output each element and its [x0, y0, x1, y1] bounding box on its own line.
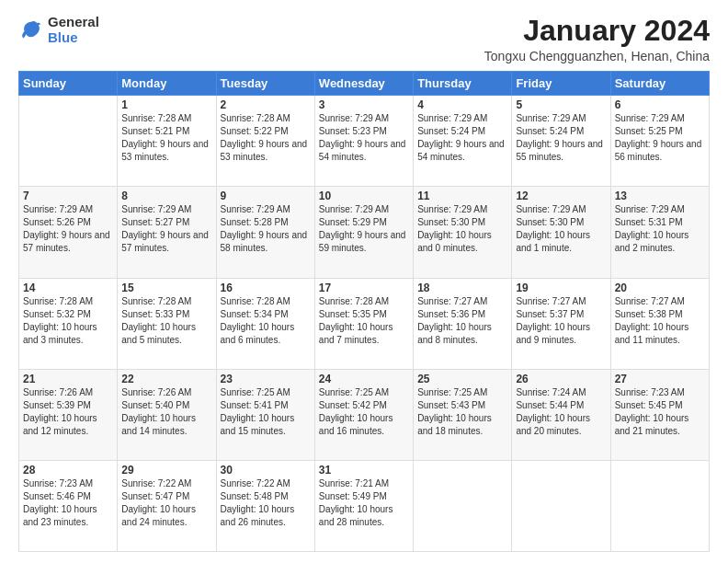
day-info: Sunrise: 7:25 AM Sunset: 5:43 PM Dayligh…	[417, 386, 507, 438]
day-info: Sunrise: 7:23 AM Sunset: 5:45 PM Dayligh…	[615, 386, 705, 438]
day-info: Sunrise: 7:29 AM Sunset: 5:23 PM Dayligh…	[319, 112, 409, 164]
calendar-cell: 3Sunrise: 7:29 AM Sunset: 5:23 PM Daylig…	[314, 96, 413, 187]
day-number: 23	[221, 373, 311, 385]
calendar-cell: 13Sunrise: 7:29 AM Sunset: 5:31 PM Dayli…	[610, 187, 709, 278]
title-block: January 2024 Tongxu Chengguanzhen, Henan…	[484, 15, 710, 63]
day-number: 5	[516, 98, 606, 111]
calendar-header-tuesday: Tuesday	[216, 72, 314, 96]
calendar-header-thursday: Thursday	[414, 72, 512, 96]
day-number: 26	[516, 373, 606, 385]
day-number: 19	[516, 282, 606, 294]
day-number: 28	[23, 464, 113, 477]
calendar-header-friday: Friday	[512, 72, 610, 96]
day-info: Sunrise: 7:28 AM Sunset: 5:34 PM Dayligh…	[221, 295, 311, 347]
calendar-cell: 18Sunrise: 7:27 AM Sunset: 5:36 PM Dayli…	[414, 278, 512, 369]
day-number: 15	[121, 282, 211, 294]
day-info: Sunrise: 7:29 AM Sunset: 5:28 PM Dayligh…	[221, 203, 311, 255]
calendar-header-wednesday: Wednesday	[314, 72, 413, 96]
day-info: Sunrise: 7:27 AM Sunset: 5:38 PM Dayligh…	[615, 295, 705, 347]
day-number: 21	[23, 373, 113, 385]
calendar-week-row: 28Sunrise: 7:23 AM Sunset: 5:46 PM Dayli…	[19, 460, 710, 551]
calendar-cell	[610, 460, 709, 551]
day-info: Sunrise: 7:24 AM Sunset: 5:44 PM Dayligh…	[516, 386, 606, 438]
calendar-cell	[414, 460, 512, 551]
day-number: 10	[319, 190, 409, 202]
logo: General Blue	[18, 15, 99, 45]
calendar-cell: 6Sunrise: 7:29 AM Sunset: 5:25 PM Daylig…	[610, 96, 709, 187]
logo-bird-icon	[18, 17, 44, 43]
day-info: Sunrise: 7:28 AM Sunset: 5:22 PM Dayligh…	[221, 112, 311, 164]
day-number: 25	[417, 373, 507, 385]
day-info: Sunrise: 7:29 AM Sunset: 5:27 PM Dayligh…	[121, 203, 211, 255]
calendar-cell: 12Sunrise: 7:29 AM Sunset: 5:30 PM Dayli…	[512, 187, 610, 278]
day-info: Sunrise: 7:23 AM Sunset: 5:46 PM Dayligh…	[23, 477, 113, 529]
day-number: 20	[615, 282, 705, 294]
calendar-week-row: 14Sunrise: 7:28 AM Sunset: 5:32 PM Dayli…	[19, 278, 710, 369]
calendar-cell: 7Sunrise: 7:29 AM Sunset: 5:26 PM Daylig…	[19, 187, 118, 278]
month-year: January 2024	[484, 15, 710, 47]
calendar-cell: 26Sunrise: 7:24 AM Sunset: 5:44 PM Dayli…	[512, 369, 610, 460]
calendar-cell	[512, 460, 610, 551]
day-number: 8	[121, 190, 211, 202]
day-number: 4	[417, 98, 507, 111]
calendar-header-row: SundayMondayTuesdayWednesdayThursdayFrid…	[19, 72, 710, 96]
calendar-week-row: 21Sunrise: 7:26 AM Sunset: 5:39 PM Dayli…	[19, 369, 710, 460]
calendar-cell: 15Sunrise: 7:28 AM Sunset: 5:33 PM Dayli…	[118, 278, 216, 369]
day-number: 2	[221, 98, 311, 111]
calendar-cell: 8Sunrise: 7:29 AM Sunset: 5:27 PM Daylig…	[118, 187, 216, 278]
day-info: Sunrise: 7:29 AM Sunset: 5:29 PM Dayligh…	[319, 203, 409, 255]
day-info: Sunrise: 7:28 AM Sunset: 5:32 PM Dayligh…	[23, 295, 113, 347]
day-number: 1	[121, 98, 211, 111]
day-number: 29	[121, 464, 211, 477]
location: Tongxu Chengguanzhen, Henan, China	[484, 49, 710, 63]
calendar-table: SundayMondayTuesdayWednesdayThursdayFrid…	[18, 71, 710, 552]
day-number: 22	[121, 373, 211, 385]
day-info: Sunrise: 7:27 AM Sunset: 5:37 PM Dayligh…	[516, 295, 606, 347]
calendar-cell: 20Sunrise: 7:27 AM Sunset: 5:38 PM Dayli…	[610, 278, 709, 369]
calendar-cell: 27Sunrise: 7:23 AM Sunset: 5:45 PM Dayli…	[610, 369, 709, 460]
day-info: Sunrise: 7:22 AM Sunset: 5:47 PM Dayligh…	[121, 477, 211, 529]
day-info: Sunrise: 7:29 AM Sunset: 5:26 PM Dayligh…	[23, 203, 113, 255]
day-number: 31	[319, 464, 409, 477]
day-info: Sunrise: 7:26 AM Sunset: 5:39 PM Dayligh…	[23, 386, 113, 438]
calendar-cell: 2Sunrise: 7:28 AM Sunset: 5:22 PM Daylig…	[216, 96, 314, 187]
day-number: 6	[615, 98, 705, 111]
calendar-cell: 28Sunrise: 7:23 AM Sunset: 5:46 PM Dayli…	[19, 460, 118, 551]
calendar-header-monday: Monday	[118, 72, 216, 96]
calendar-cell: 11Sunrise: 7:29 AM Sunset: 5:30 PM Dayli…	[414, 187, 512, 278]
day-number: 7	[23, 190, 113, 202]
calendar-cell: 17Sunrise: 7:28 AM Sunset: 5:35 PM Dayli…	[314, 278, 413, 369]
calendar-cell: 14Sunrise: 7:28 AM Sunset: 5:32 PM Dayli…	[19, 278, 118, 369]
day-info: Sunrise: 7:28 AM Sunset: 5:35 PM Dayligh…	[319, 295, 409, 347]
calendar-cell: 19Sunrise: 7:27 AM Sunset: 5:37 PM Dayli…	[512, 278, 610, 369]
day-info: Sunrise: 7:27 AM Sunset: 5:36 PM Dayligh…	[417, 295, 507, 347]
logo-general: General	[48, 15, 99, 30]
day-number: 18	[417, 282, 507, 294]
calendar-cell: 21Sunrise: 7:26 AM Sunset: 5:39 PM Dayli…	[19, 369, 118, 460]
day-info: Sunrise: 7:29 AM Sunset: 5:30 PM Dayligh…	[417, 203, 507, 255]
calendar-cell	[19, 96, 118, 187]
calendar-cell: 29Sunrise: 7:22 AM Sunset: 5:47 PM Dayli…	[118, 460, 216, 551]
day-number: 9	[221, 190, 311, 202]
day-number: 17	[319, 282, 409, 294]
calendar-week-row: 7Sunrise: 7:29 AM Sunset: 5:26 PM Daylig…	[19, 187, 710, 278]
calendar-header-sunday: Sunday	[19, 72, 118, 96]
day-number: 11	[417, 190, 507, 202]
day-info: Sunrise: 7:28 AM Sunset: 5:21 PM Dayligh…	[121, 112, 211, 164]
calendar-cell: 5Sunrise: 7:29 AM Sunset: 5:24 PM Daylig…	[512, 96, 610, 187]
day-info: Sunrise: 7:26 AM Sunset: 5:40 PM Dayligh…	[121, 386, 211, 438]
day-info: Sunrise: 7:29 AM Sunset: 5:30 PM Dayligh…	[516, 203, 606, 255]
calendar-cell: 16Sunrise: 7:28 AM Sunset: 5:34 PM Dayli…	[216, 278, 314, 369]
day-info: Sunrise: 7:28 AM Sunset: 5:33 PM Dayligh…	[121, 295, 211, 347]
calendar-cell: 23Sunrise: 7:25 AM Sunset: 5:41 PM Dayli…	[216, 369, 314, 460]
day-info: Sunrise: 7:29 AM Sunset: 5:24 PM Dayligh…	[417, 112, 507, 164]
day-info: Sunrise: 7:29 AM Sunset: 5:24 PM Dayligh…	[516, 112, 606, 164]
calendar-cell: 30Sunrise: 7:22 AM Sunset: 5:48 PM Dayli…	[216, 460, 314, 551]
day-number: 27	[615, 373, 705, 385]
day-number: 12	[516, 190, 606, 202]
day-info: Sunrise: 7:22 AM Sunset: 5:48 PM Dayligh…	[221, 477, 311, 529]
day-number: 3	[319, 98, 409, 111]
calendar-cell: 25Sunrise: 7:25 AM Sunset: 5:43 PM Dayli…	[414, 369, 512, 460]
calendar-cell: 10Sunrise: 7:29 AM Sunset: 5:29 PM Dayli…	[314, 187, 413, 278]
day-number: 13	[615, 190, 705, 202]
